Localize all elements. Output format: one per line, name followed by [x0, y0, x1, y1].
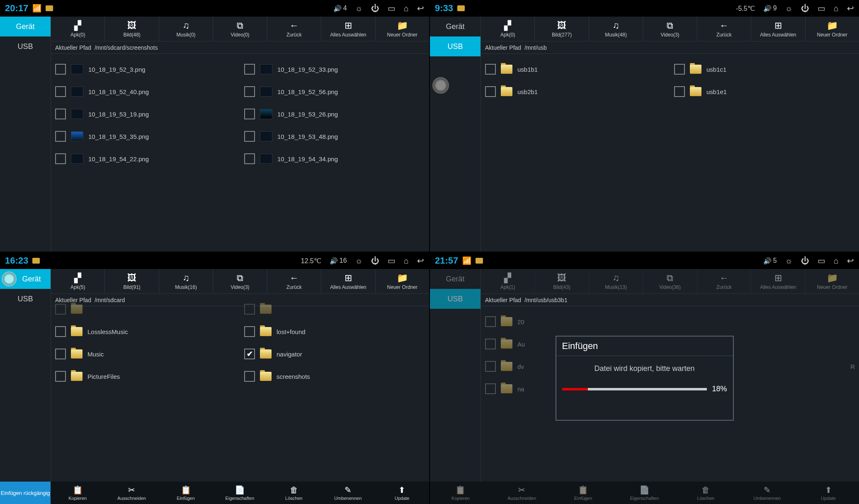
file-item[interactable]: 10_18_19_52_33.png — [244, 58, 425, 80]
file-item[interactable]: lost+found — [244, 320, 425, 343]
tool-bild[interactable]: 🖼Bild(43) — [535, 269, 589, 293]
file-checkbox[interactable] — [244, 304, 255, 315]
sidebar-item-usb[interactable]: USB — [0, 36, 51, 56]
file-item[interactable]: usb1b1 — [485, 58, 666, 80]
sidebar-item-geraet[interactable]: Gerät — [430, 269, 480, 289]
copy-button[interactable]: 📋Kopieren — [430, 482, 491, 504]
tool-newfolder[interactable]: 📁Neuer Ordner — [806, 17, 859, 41]
file-checkbox[interactable] — [244, 349, 255, 359]
tool-apk[interactable]: ▞Apk(5) — [51, 269, 105, 293]
cut-button[interactable]: ✂Ausschneiden — [104, 482, 158, 504]
update-button[interactable]: ⬆Update — [798, 482, 859, 504]
file-item[interactable]: 10_18_19_54_34.png — [244, 148, 425, 170]
tool-back[interactable]: ←Zurück — [267, 269, 321, 293]
file-item[interactable]: Music — [55, 343, 236, 365]
tool-apk[interactable]: ▞Apk(0) — [481, 17, 535, 41]
tool-selectall[interactable]: ⊞Alles Auswählen — [751, 269, 805, 293]
tool-video[interactable]: ⧉Video(0) — [213, 17, 267, 41]
brightness-icon[interactable]: ☼ — [785, 4, 793, 13]
update-button[interactable]: ⬆Update — [375, 482, 429, 504]
file-item[interactable]: 10_18_19_54_22.png — [55, 148, 236, 170]
tool-bild[interactable]: 🖼Bild(277) — [535, 17, 589, 41]
file-checkbox[interactable] — [55, 304, 66, 315]
recent-icon[interactable]: ▭ — [818, 256, 825, 266]
file-checkbox[interactable] — [244, 153, 255, 164]
file-checkbox[interactable] — [55, 131, 66, 142]
recent-icon[interactable]: ▭ — [818, 3, 825, 13]
home-icon[interactable]: ⌂ — [834, 256, 839, 266]
file-checkbox[interactable] — [55, 153, 66, 164]
file-checkbox[interactable] — [485, 64, 496, 75]
back-icon[interactable]: ↩ — [417, 256, 424, 266]
file-item[interactable]: 20 — [485, 310, 666, 333]
sidebar-item-geraet[interactable]: Gerät — [0, 269, 51, 289]
tool-video[interactable]: ⧉Video(3) — [213, 269, 267, 293]
file-item[interactable]: 10_18_19_52_40.png — [55, 80, 236, 103]
sidebar-item-usb[interactable]: USB — [430, 36, 480, 56]
file-checkbox[interactable] — [244, 371, 255, 382]
file-item[interactable]: usb1e1 — [674, 80, 855, 103]
sidebar-item-usb[interactable]: USB — [0, 289, 51, 309]
tool-selectall[interactable]: ⊞Alles Auswählen — [321, 17, 375, 41]
file-checkbox[interactable] — [55, 371, 66, 382]
file-item[interactable]: 10_18_19_53_26.png — [244, 103, 425, 125]
file-checkbox[interactable] — [55, 86, 66, 97]
file-checkbox[interactable] — [485, 86, 496, 97]
file-item[interactable]: 10_18_19_52_56.png — [244, 80, 425, 103]
sidebar-item-geraet[interactable]: Gerät — [0, 17, 51, 36]
file-item[interactable]: screenshots — [244, 365, 425, 388]
assistive-touch[interactable] — [432, 77, 449, 94]
recent-icon[interactable]: ▭ — [388, 256, 396, 266]
tool-selectall[interactable]: ⊞Alles Auswählen — [751, 17, 805, 41]
file-checkbox[interactable] — [244, 109, 255, 119]
tool-apk[interactable]: ▞Apk(1) — [481, 269, 535, 293]
file-item[interactable]: navigator — [244, 343, 425, 365]
tool-newfolder[interactable]: 📁Neuer Ordner — [806, 269, 859, 293]
file-checkbox[interactable] — [485, 383, 496, 394]
tool-musik[interactable]: ♫Musik(48) — [589, 17, 643, 41]
file-checkbox[interactable] — [485, 339, 496, 349]
file-item[interactable]: PictureFiles — [55, 365, 236, 388]
file-item[interactable]: usb1c1 — [674, 58, 855, 80]
tool-back[interactable]: ←Zurück — [697, 269, 751, 293]
file-item[interactable] — [244, 298, 425, 320]
file-checkbox[interactable] — [485, 316, 496, 327]
paste-button[interactable]: 📋Einfügen — [159, 482, 213, 504]
rename-button[interactable]: ✎Umbenennen — [321, 482, 375, 504]
file-item[interactable]: usb2b1 — [485, 80, 666, 103]
rename-button[interactable]: ✎Umbenennen — [736, 482, 798, 504]
file-checkbox[interactable] — [55, 326, 66, 337]
tool-musik[interactable]: ♫Musik(13) — [589, 269, 643, 293]
copy-button[interactable]: 📋Kopieren — [51, 482, 104, 504]
back-icon[interactable]: ↩ — [417, 3, 424, 13]
power-icon[interactable]: ⏻ — [371, 4, 379, 13]
power-icon[interactable]: ⏻ — [801, 4, 809, 13]
file-checkbox[interactable] — [674, 64, 685, 75]
back-icon[interactable]: ↩ — [847, 3, 854, 13]
tool-newfolder[interactable]: 📁Neuer Ordner — [376, 269, 429, 293]
assistive-touch[interactable] — [2, 271, 17, 286]
file-checkbox[interactable] — [674, 86, 685, 97]
power-icon[interactable]: ⏻ — [801, 256, 809, 266]
tool-bild[interactable]: 🖼Bild(91) — [105, 269, 159, 293]
tool-back[interactable]: ←Zurück — [267, 17, 321, 41]
undo-paste-button[interactable]: Einfügen rückgängig — [0, 482, 51, 504]
tool-video[interactable]: ⧉Video(3) — [643, 17, 697, 41]
file-item[interactable]: 10_18_19_52_3.png — [55, 58, 236, 80]
file-checkbox[interactable] — [244, 326, 255, 337]
file-checkbox[interactable] — [244, 131, 255, 142]
brightness-icon[interactable]: ☼ — [785, 256, 793, 266]
file-checkbox[interactable] — [55, 349, 66, 359]
tool-musik[interactable]: ♫Musik(0) — [159, 17, 213, 41]
tool-bild[interactable]: 🖼Bild(48) — [105, 17, 159, 41]
file-item[interactable] — [55, 298, 236, 320]
home-icon[interactable]: ⌂ — [834, 4, 839, 13]
file-item[interactable]: LosslessMusic — [55, 320, 236, 343]
file-checkbox[interactable] — [55, 109, 66, 119]
file-checkbox[interactable] — [485, 361, 496, 372]
recent-icon[interactable]: ▭ — [388, 3, 396, 13]
power-icon[interactable]: ⏻ — [371, 256, 379, 266]
brightness-icon[interactable]: ☼ — [355, 4, 363, 13]
file-checkbox[interactable] — [244, 86, 255, 97]
properties-button[interactable]: 📄Eigenschaften — [213, 482, 267, 504]
